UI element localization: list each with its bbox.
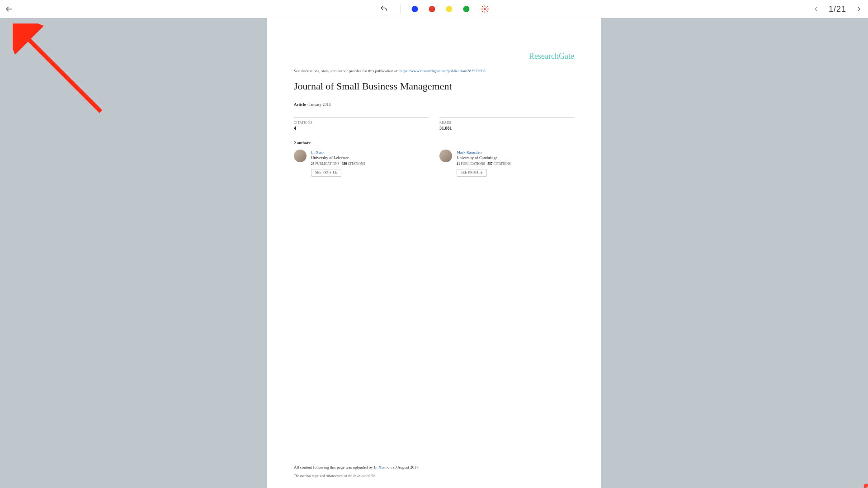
- color-red[interactable]: [429, 6, 435, 12]
- svg-line-7: [486, 11, 487, 12]
- back-arrow-icon[interactable]: [4, 4, 14, 14]
- color-yellow[interactable]: [446, 6, 453, 12]
- citations-label: CITATIONS: [294, 121, 429, 125]
- authors-count: 2 authors:: [294, 141, 574, 145]
- author-block: Mark Ramsden University of Cambridge 41 …: [439, 150, 574, 177]
- svg-line-6: [482, 6, 483, 7]
- page-viewport[interactable]: ResearchGate See discussions, stats, and…: [0, 18, 868, 488]
- meta-prefix: See discussions, stats, and author profi…: [294, 69, 399, 73]
- color-blue[interactable]: [412, 6, 418, 12]
- prev-page-icon[interactable]: [811, 4, 821, 14]
- toolbar-divider: [401, 5, 401, 14]
- author-affiliation: University of Cambridge: [457, 155, 511, 160]
- laser-pointer-icon[interactable]: [481, 5, 490, 14]
- color-green[interactable]: [463, 6, 470, 12]
- author-stats: 28 PUBLICATIONS 389 CITATIONS: [311, 162, 365, 166]
- svg-line-9: [482, 11, 483, 12]
- document-page: ResearchGate See discussions, stats, and…: [267, 18, 601, 488]
- author-stats: 41 PUBLICATIONS 857 CITATIONS: [457, 162, 511, 166]
- publication-meta-line: See discussions, stats, and author profi…: [294, 69, 574, 73]
- reads-value: 31,861: [439, 126, 574, 131]
- author-affiliation: University of Leicester: [311, 155, 365, 160]
- undo-icon[interactable]: [379, 4, 390, 14]
- document-title: Journal of Small Business Management: [294, 80, 574, 92]
- footer-uploader-link[interactable]: Li Xiao: [374, 465, 387, 469]
- publication-link[interactable]: https://www.researchgate.net/publication…: [399, 69, 485, 73]
- next-page-icon[interactable]: [854, 4, 864, 14]
- avatar: [439, 150, 452, 162]
- page-counter: 1/21: [829, 5, 846, 14]
- toolbar: 1/21: [0, 0, 868, 18]
- researchgate-logo: ResearchGate: [529, 52, 574, 61]
- svg-line-8: [486, 6, 487, 7]
- author-block: Li Xiao University of Leicester 28 PUBLI…: [294, 150, 429, 177]
- reads-label: READS: [439, 121, 574, 125]
- footer-note: The user has requested enhancement of th…: [294, 474, 574, 478]
- citations-block: CITATIONS 4: [294, 117, 429, 131]
- author-name[interactable]: Li Xiao: [311, 150, 365, 155]
- author-name[interactable]: Mark Ramsden: [457, 150, 511, 155]
- avatar: [294, 150, 307, 162]
- doc-type: Article: [294, 102, 306, 107]
- see-profile-button[interactable]: SEE PROFILE: [311, 169, 341, 176]
- see-profile-button[interactable]: SEE PROFILE: [457, 169, 487, 176]
- footer-upload-line: All content following this page was uplo…: [294, 465, 574, 469]
- document-subinfo: Article · January 2016: [294, 102, 574, 107]
- reads-block: READS 31,861: [439, 117, 574, 131]
- citations-value: 4: [294, 126, 429, 131]
- svg-point-1: [484, 8, 486, 10]
- doc-date: January 2016: [309, 102, 330, 107]
